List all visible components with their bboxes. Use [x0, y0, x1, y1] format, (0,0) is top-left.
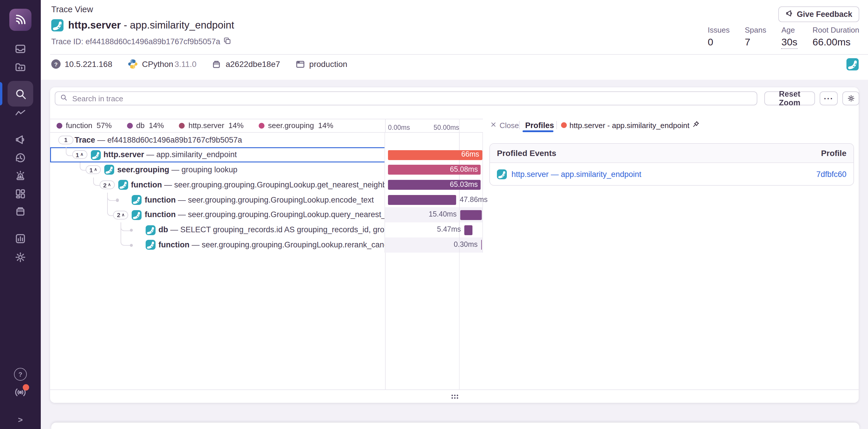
trace-row-tree-cell: function — seer.grouping.grouping.Groupi…: [50, 192, 385, 207]
alerts-icon: [14, 170, 26, 182]
axis-tick-start: 0.00ms: [388, 124, 410, 131]
sidebar-item-broadcast[interactable]: [0, 384, 41, 401]
span-children-pill[interactable]: 1∧: [72, 151, 87, 159]
duration-bar[interactable]: [481, 240, 482, 250]
span-op-icon: [132, 210, 142, 220]
meta-tag-question-avatar[interactable]: ?10.5.221.168: [51, 59, 113, 69]
duration-label: 66ms: [388, 147, 479, 163]
legend-item-db: db 14%: [127, 121, 164, 130]
span-description: db — SELECT grouping_records.id AS group…: [158, 223, 385, 238]
more-options-button[interactable]: ···: [820, 91, 838, 105]
trace-row-tree-cell: 1∧http.server — app.similarity_endpoint: [50, 147, 385, 163]
trace-row[interactable]: db — SELECT grouping_records.id AS group…: [50, 223, 483, 238]
trace-row-duration-cell: 66ms: [385, 147, 483, 163]
sidebar-item-explore[interactable]: [0, 54, 41, 80]
trace-row-tree-cell: 1∧seer.grouping — grouping lookup: [50, 162, 385, 177]
stat-issues: Issues0: [708, 26, 730, 49]
megaphone-icon: [785, 9, 793, 19]
sidebar-item-metrics[interactable]: [0, 100, 41, 126]
search-input[interactable]: [71, 93, 752, 103]
meta-tag-python[interactable]: CPython3.11.0: [128, 59, 196, 69]
span-description: http.server — app.similarity_endpoint: [103, 147, 237, 163]
duration-bar[interactable]: [464, 225, 472, 235]
span-op-icon: [118, 180, 128, 190]
sidebar-item-sentry-logo[interactable]: [0, 7, 41, 33]
tree-leaf-dot: [130, 229, 133, 232]
trace-row[interactable]: 2∧function — seer.grouping.grouping.Grou…: [50, 177, 483, 193]
profiled-events-card: Profiled Events Profile http.server — ap…: [489, 143, 854, 186]
close-panel-button[interactable]: Close: [490, 119, 519, 132]
trace-row[interactable]: 1∧seer.grouping — grouping lookup65.08ms: [50, 162, 483, 177]
span-description: function — seer.grouping.grouping.Groupi…: [145, 207, 385, 223]
search-in-trace[interactable]: [55, 91, 757, 105]
span-children-pill[interactable]: 1: [58, 135, 73, 144]
stats-icon: [14, 233, 26, 244]
give-feedback-button[interactable]: Give Feedback: [778, 6, 859, 22]
span-color-dot: [561, 123, 566, 128]
tree-leaf-dot: [116, 198, 119, 202]
trace-row[interactable]: function — seer.grouping.grouping.Groupi…: [50, 192, 483, 207]
bottom-drawer[interactable]: [51, 423, 859, 429]
duration-label: 47.86ms: [460, 192, 488, 207]
sidebar-item-settings[interactable]: [0, 244, 41, 270]
close-icon: [490, 121, 497, 130]
span-description: function — seer.grouping.grouping.Groupi…: [158, 237, 385, 253]
tree-connector: [107, 207, 114, 216]
reset-zoom-button[interactable]: Reset Zoom: [764, 91, 815, 105]
span-description: Trace — ef44188d60c1496a89b1767cf9b5057a: [74, 132, 242, 147]
duration-label: 15.40ms: [429, 207, 457, 223]
window-icon: [296, 59, 305, 69]
settings-icon: [14, 252, 26, 263]
trace-title: http.server - app.similarity_endpoint: [51, 19, 234, 31]
trace-row[interactable]: 2∧function — seer.grouping.grouping.Grou…: [50, 207, 483, 223]
tree-connector: [80, 162, 86, 171]
notification-badge: [23, 384, 29, 391]
meta-tag-package[interactable]: a2622dbe18e7: [212, 59, 280, 69]
sidebar-item-help[interactable]: ?: [0, 366, 41, 383]
dashboards-icon: [14, 188, 26, 200]
legend-item-function: function 57%: [57, 121, 112, 130]
trace-row-duration-cell: 65.03ms: [385, 177, 483, 193]
span-tab-chip[interactable]: http.server - app.similarity_endpoint: [561, 119, 700, 132]
profile-id-link[interactable]: 7dfbfc60: [816, 170, 846, 178]
metrics-icon: [14, 107, 26, 119]
span-children-pill[interactable]: 2∧: [113, 210, 128, 219]
profiled-event-link[interactable]: http.server — app.similarity_endpoint: [512, 170, 641, 178]
feedback-icon: [14, 134, 26, 145]
trace-row[interactable]: 1Trace — ef44188d60c1496a89b1767cf9b5057…: [50, 132, 483, 147]
tree-connector: [66, 147, 72, 156]
legend-dot: [259, 123, 265, 128]
sidebar: ?>: [0, 0, 41, 429]
panel-resize-strip[interactable]: [50, 390, 859, 403]
settings-gear-button[interactable]: [842, 91, 859, 105]
span-op-icon: [146, 240, 156, 250]
profile-span-icon: [51, 19, 63, 31]
pin-icon[interactable]: [692, 121, 700, 130]
trace-row[interactable]: function — seer.grouping.grouping.Groupi…: [50, 237, 483, 253]
page-header: Trace View http.server - app.similarity_…: [41, 0, 868, 80]
profiled-events-header: Profiled Events Profile: [490, 144, 854, 163]
span-children-pill[interactable]: 2∧: [100, 180, 115, 189]
stat-root-duration: Root Duration66.00ms: [813, 26, 859, 49]
header-divider: [50, 54, 868, 55]
duration-bar[interactable]: [460, 210, 482, 220]
meta-tag-window[interactable]: production: [296, 59, 347, 69]
legend-item-http.server: http.server 14%: [179, 121, 244, 130]
trace-waterfall-panel: Reset Zoom ··· function 57%db 14%http.se…: [50, 87, 859, 403]
sidebar-item-releases[interactable]: [0, 198, 41, 224]
span-children-pill[interactable]: 1∧: [86, 166, 101, 174]
trace-row-duration-cell: 47.86ms: [385, 192, 483, 207]
expand-sidebar-icon: >: [18, 415, 23, 424]
tab-profiles[interactable]: Profiles: [525, 119, 554, 132]
replays-icon: [14, 152, 26, 164]
drag-grip-icon[interactable]: [451, 394, 458, 399]
copy-icon[interactable]: [223, 37, 231, 46]
trace-row-duration-cell: [385, 132, 483, 147]
trace-row-tree-cell: 2∧function — seer.grouping.grouping.Grou…: [50, 207, 385, 223]
tree-leaf-dot: [130, 243, 133, 247]
duration-bar[interactable]: [388, 195, 456, 205]
span-description: seer.grouping — grouping lookup: [117, 162, 238, 177]
trace-row[interactable]: 1∧http.server — app.similarity_endpoint6…: [50, 147, 483, 163]
releases-icon: [14, 205, 26, 217]
sidebar-item-collapse[interactable]: >: [0, 411, 41, 428]
